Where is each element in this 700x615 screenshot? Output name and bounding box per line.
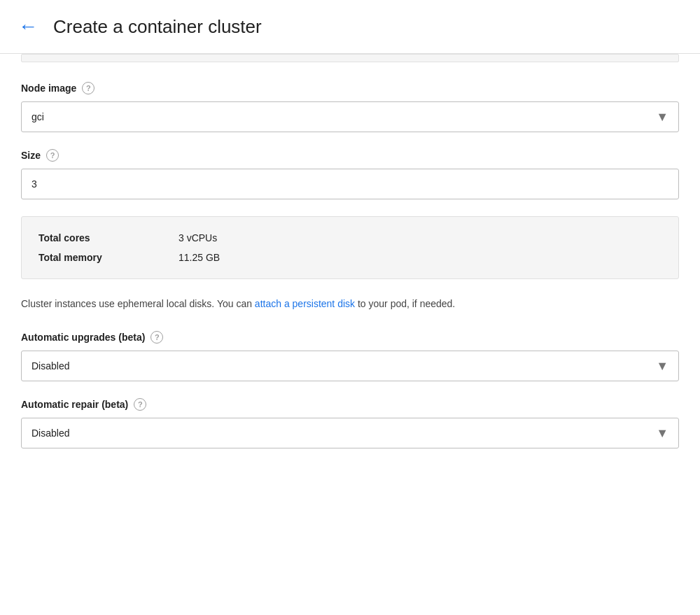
total-cores-row: Total cores 3 vCPUs (38, 228, 662, 248)
page-title: Create a container cluster (53, 16, 262, 38)
attach-persistent-disk-link[interactable]: attach a persistent disk (255, 298, 355, 309)
size-help-icon[interactable]: ? (46, 149, 59, 162)
automatic-repair-help-icon[interactable]: ? (134, 398, 146, 411)
back-arrow-icon: ← (18, 17, 38, 36)
total-memory-row: Total memory 11.25 GB (38, 248, 662, 267)
automatic-repair-field-group: Automatic repair (beta) ? Disabled ▼ (21, 398, 679, 448)
automatic-repair-value: Disabled (31, 427, 69, 439)
node-image-help-icon[interactable]: ? (82, 82, 94, 94)
total-memory-value: 11.25 GB (178, 252, 220, 263)
top-bar-partial (21, 54, 679, 62)
info-table: Total cores 3 vCPUs Total memory 11.25 G… (21, 216, 679, 279)
automatic-upgrades-dropdown-icon: ▼ (656, 359, 668, 374)
total-memory-label: Total memory (38, 252, 178, 263)
size-field-group: Size ? (21, 149, 679, 199)
node-image-dropdown-icon: ▼ (656, 110, 668, 125)
description-text-before: Cluster instances use ephemeral local di… (21, 298, 255, 309)
page-header: ← Create a container cluster (0, 0, 700, 54)
node-image-value: gci (31, 111, 44, 122)
total-cores-value: 3 vCPUs (178, 232, 217, 243)
automatic-upgrades-field-group: Automatic upgrades (beta) ? Disabled ▼ (21, 331, 679, 381)
automatic-repair-label: Automatic repair (beta) ? (21, 398, 679, 411)
node-image-select[interactable]: gci ▼ (21, 101, 679, 132)
node-image-field-group: Node image ? gci ▼ (21, 82, 679, 132)
automatic-upgrades-label: Automatic upgrades (beta) ? (21, 331, 679, 344)
size-input[interactable] (21, 169, 679, 199)
ephemeral-disk-description: Cluster instances use ephemeral local di… (21, 296, 679, 311)
automatic-repair-select[interactable]: Disabled ▼ (21, 418, 679, 448)
automatic-upgrades-help-icon[interactable]: ? (150, 331, 163, 344)
content-area: Node image ? gci ▼ Size ? Total cores 3 … (0, 54, 700, 493)
size-label: Size ? (21, 149, 679, 162)
description-text-after: to your pod, if needed. (355, 298, 455, 309)
back-button[interactable]: ← (14, 13, 42, 41)
automatic-repair-dropdown-icon: ▼ (656, 426, 668, 441)
automatic-upgrades-value: Disabled (31, 360, 69, 372)
automatic-upgrades-select[interactable]: Disabled ▼ (21, 351, 679, 381)
total-cores-label: Total cores (38, 232, 178, 243)
node-image-label: Node image ? (21, 82, 679, 94)
